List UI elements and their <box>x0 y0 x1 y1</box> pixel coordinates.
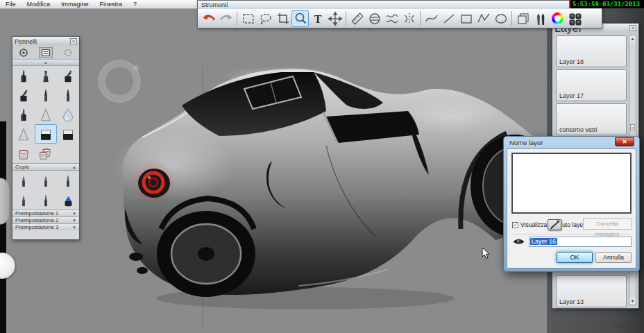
zoom-icon[interactable] <box>291 10 309 27</box>
preset-bar-3[interactable]: Preimpostazione 3▼ <box>12 223 79 230</box>
rectangle-icon[interactable] <box>457 10 475 27</box>
tab-brush-library[interactable] <box>39 47 53 58</box>
rename-cursor-icon <box>548 219 561 230</box>
toolbar-separator <box>420 11 421 26</box>
move-icon[interactable] <box>326 10 344 27</box>
copic-marker-4[interactable] <box>12 190 35 210</box>
preset-bar-1[interactable]: Preimpostazione 1▼ <box>12 210 79 216</box>
tools-window: Strumenti T <box>197 0 602 28</box>
crop-icon[interactable] <box>274 10 291 27</box>
brush-blur-droplet[interactable] <box>57 105 79 124</box>
menu-help[interactable]: ? <box>128 0 142 9</box>
visibility-label-suffix: uto layer <box>562 221 585 228</box>
copic-marker-1[interactable] <box>12 171 35 190</box>
layer-item-18[interactable]: Layer 18 <box>556 35 627 67</box>
copic-marker-2[interactable] <box>35 171 57 190</box>
preset-bar-2[interactable]: Preimpostazione 2▼ <box>12 216 79 223</box>
brush-smudge-cone[interactable] <box>35 105 57 124</box>
copy-merged-icon[interactable] <box>514 10 532 27</box>
text-tool-icon[interactable]: T <box>309 10 326 27</box>
copic-marker-6[interactable] <box>57 190 79 210</box>
car-sketch <box>112 66 559 309</box>
brush-eraser-cone[interactable] <box>12 124 35 144</box>
toolbar-separator <box>511 11 512 26</box>
brush-editor-icon[interactable] <box>532 10 549 27</box>
menu-file[interactable]: File <box>0 0 22 9</box>
brushes-panel-title: Pennelli <box>15 38 37 45</box>
brush-marker[interactable] <box>12 66 35 85</box>
symmetry-x-icon[interactable] <box>383 10 400 27</box>
tab-color-puck[interactable] <box>17 47 31 58</box>
toolbar-separator <box>237 11 237 26</box>
tools-row: T <box>198 9 602 28</box>
layer-item-contorno-vetri[interactable]: contorno vetri <box>556 103 627 135</box>
eye-icon[interactable] <box>512 237 525 246</box>
scroll-thumb[interactable]: ≡ <box>630 124 635 131</box>
toolbar-separator <box>346 11 346 26</box>
brush-empty-slot <box>57 144 79 163</box>
layer-item-17[interactable]: Layer 17 <box>556 69 627 101</box>
brush-square-selected[interactable] <box>35 124 57 144</box>
ellipse-guide-icon[interactable] <box>366 10 383 27</box>
tools-window-title[interactable]: Strumenti <box>198 1 602 9</box>
ok-button[interactable]: OK <box>557 252 593 263</box>
dropdown-icon: ▼ <box>72 225 76 230</box>
ruler-icon[interactable] <box>348 10 366 27</box>
svg-text:T: T <box>314 12 321 24</box>
copic-library-icon[interactable] <box>566 10 584 27</box>
brush-fill-bucket-multi[interactable] <box>35 144 57 163</box>
menu-modifica[interactable]: Modifica <box>22 0 56 9</box>
copic-grid <box>12 171 79 210</box>
brush-square-marker[interactable] <box>57 124 79 144</box>
brush-pen[interactable] <box>35 85 57 105</box>
brush-small-marker[interactable] <box>12 105 35 124</box>
line-icon[interactable] <box>440 10 457 27</box>
rect-select-icon[interactable] <box>239 10 257 27</box>
brush-grid <box>12 66 79 163</box>
copic-section-header[interactable]: Copic ▲ <box>12 163 79 171</box>
copic-marker-5[interactable] <box>35 190 57 210</box>
brush-puck-ring[interactable] <box>99 60 140 102</box>
brush-fine-pen[interactable] <box>57 85 79 105</box>
close-icon[interactable]: ✕ <box>615 137 634 146</box>
collapse-arrow-icon: ▲ <box>72 165 76 169</box>
brush-airbrush[interactable] <box>35 66 57 85</box>
brush-fill-bucket[interactable] <box>12 144 35 163</box>
visibility-checkbox[interactable]: ✓ <box>512 222 518 228</box>
dialog-separator <box>511 234 632 234</box>
visibility-label-prefix: Visualizza <box>520 221 547 228</box>
copic-marker-3[interactable] <box>57 171 79 190</box>
brushes-panel-titlebar: Pennelli × <box>12 37 79 46</box>
clear-image-button[interactable]: Cancella immagine <box>583 218 632 230</box>
ellipse-icon[interactable] <box>492 10 509 27</box>
layer-preview <box>511 153 632 214</box>
color-wheel-icon[interactable] <box>549 10 566 27</box>
collapse-bar[interactable]: ▲ <box>12 60 79 66</box>
lasso-icon[interactable] <box>257 10 274 27</box>
menu-immagine[interactable]: Immagine <box>56 0 94 9</box>
redo-icon[interactable] <box>217 10 235 27</box>
symmetry-y-icon[interactable] <box>400 10 418 27</box>
copic-label: Copic <box>15 164 29 170</box>
undo-icon[interactable] <box>200 10 217 27</box>
scroll-down-icon[interactable]: ▼ <box>629 298 636 305</box>
polyline-icon[interactable] <box>475 10 492 27</box>
close-icon[interactable]: × <box>629 25 636 31</box>
layer-item-13[interactable]: Layer 13 <box>556 275 627 307</box>
dialog-body: ✓ Visualizza uto layer Cancella immagine… <box>507 148 636 268</box>
curve-icon[interactable] <box>423 10 440 27</box>
scroll-up-icon[interactable]: ▲ <box>629 35 636 42</box>
brushes-tabs <box>12 46 79 60</box>
tab-settings[interactable] <box>61 47 75 58</box>
layer-name-input[interactable]: Layer 16 <box>529 237 632 247</box>
watermark: capture2 <box>613 323 637 330</box>
dropdown-icon: ▼ <box>72 212 76 216</box>
cancel-button[interactable]: Annulla <box>595 252 632 263</box>
brush-chisel[interactable] <box>57 66 79 85</box>
left-edge-strip <box>0 121 6 333</box>
close-icon[interactable]: × <box>70 38 77 44</box>
corner-widget[interactable] <box>0 178 10 225</box>
brush-chisel-2[interactable] <box>12 85 35 105</box>
menu-finestra[interactable]: Finestra <box>94 0 128 9</box>
layer-name-dialog: Nome layer ✕ ✓ Visualizza uto layer Canc… <box>503 136 640 272</box>
